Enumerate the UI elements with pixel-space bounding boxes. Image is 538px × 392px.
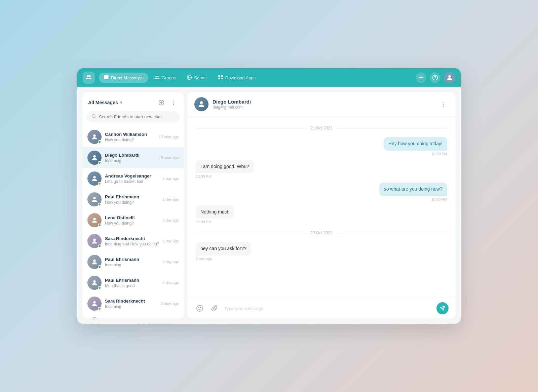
svg-point-23 bbox=[200, 307, 201, 308]
list-item[interactable]: Diego Lombardi Incoming 10 mins ago bbox=[83, 147, 184, 168]
tab-download-apps[interactable]: Download Apps bbox=[213, 73, 260, 83]
contact-info: Andreas Vogelsanger Lets go to basket ba… bbox=[105, 173, 159, 184]
svg-point-18 bbox=[93, 301, 95, 304]
chevron-down-icon: ▾ bbox=[120, 100, 122, 105]
message-input[interactable] bbox=[224, 306, 432, 311]
contact-name: Andreas Vogelsanger bbox=[105, 173, 159, 179]
contact-preview: Incoming bbox=[105, 158, 155, 163]
chat-more-button[interactable]: ⋮ bbox=[438, 99, 449, 109]
contact-name: Paul Ehrismann bbox=[105, 257, 159, 262]
contact-name: Cannon Williamson bbox=[105, 132, 155, 137]
list-item[interactable]: Cannon Williamson How you doing? 10 mins… bbox=[83, 126, 184, 147]
chat-more-icon: ⋮ bbox=[440, 101, 447, 108]
chat-contact-name: Diego Lombardi bbox=[213, 99, 434, 105]
status-dot bbox=[98, 265, 101, 269]
tab-direct-messages[interactable]: Direct Messages bbox=[99, 73, 148, 83]
avatar-wrap bbox=[87, 192, 102, 206]
contact-info: Lena Ostinelli How you doing? bbox=[105, 215, 159, 226]
status-dot bbox=[98, 286, 101, 289]
chat-header: Diego Lombardi deig@gmail.com ⋮ bbox=[188, 92, 455, 116]
list-item[interactable]: Sara Rinderknecht Incoming 2 days ago bbox=[83, 293, 184, 314]
all-messages-dropdown[interactable]: All Messages ▾ bbox=[88, 100, 122, 105]
date-text-1: 21 Oct 2023 bbox=[310, 126, 332, 130]
contact-time: 2 days ago bbox=[161, 302, 179, 306]
avatar bbox=[87, 317, 102, 318]
sidebar: All Messages ▾ ⋮ bbox=[83, 92, 184, 318]
list-item[interactable]: Andreas Vogelsanger Lets go to basket ba… bbox=[83, 168, 184, 189]
tab-groups[interactable]: Groups bbox=[150, 73, 181, 83]
svg-rect-3 bbox=[218, 75, 220, 77]
add-button[interactable] bbox=[416, 72, 426, 83]
contact-name: Diego Lombardi bbox=[105, 153, 155, 158]
message-bubble: I am doing good. Wbu? bbox=[196, 160, 254, 173]
message-bubble: hey can you ask for?? bbox=[196, 242, 251, 256]
all-messages-label: All Messages bbox=[88, 100, 118, 105]
list-item[interactable]: Paul Ehrismann Incoming 1 day ago bbox=[83, 251, 184, 272]
avatar-wrap bbox=[87, 171, 102, 186]
new-chat-button[interactable] bbox=[157, 98, 166, 107]
contact-preview: How you doing? bbox=[105, 138, 155, 142]
svg-point-14 bbox=[93, 218, 95, 220]
server-icon bbox=[187, 75, 192, 81]
app-logo[interactable] bbox=[83, 72, 95, 84]
chat-input-area bbox=[188, 298, 455, 318]
message-row: hey can you ask for?? 2 min ago bbox=[196, 242, 447, 261]
list-item[interactable]: Lena Ostinelli How you doing? 1 day ago bbox=[83, 210, 184, 231]
sidebar-more-button[interactable]: ⋮ bbox=[169, 98, 178, 107]
contact-info: Paul Ehrismann Incoming bbox=[105, 257, 159, 267]
emoji-button[interactable] bbox=[194, 303, 205, 314]
avatar-wrap bbox=[87, 234, 102, 248]
contact-preview: Men that is good bbox=[105, 283, 159, 288]
search-box bbox=[87, 111, 180, 122]
message-bubble: so what are you doing now? bbox=[379, 183, 447, 196]
status-dot bbox=[98, 203, 101, 206]
svg-point-7 bbox=[448, 75, 451, 78]
svg-point-13 bbox=[93, 197, 95, 199]
contact-info: Paul Ehrismann How you doing? bbox=[105, 194, 159, 205]
chat-contact-email: deig@gmail.com bbox=[213, 105, 434, 110]
help-button[interactable] bbox=[430, 72, 440, 83]
message-time: 10:00 PM bbox=[431, 197, 447, 201]
svg-rect-5 bbox=[218, 77, 220, 79]
divider-line bbox=[337, 233, 447, 233]
contact-name: Paul Ehrismann bbox=[105, 194, 159, 199]
messages-area: 21 Oct 2023 Hey how you doing today! 10:… bbox=[188, 116, 455, 298]
contact-preview: Incoming and How you doing? bbox=[105, 242, 159, 246]
tab-groups-label: Groups bbox=[162, 75, 176, 80]
message-row: so what are you doing now? 10:00 PM bbox=[196, 183, 447, 201]
tab-server[interactable]: Server bbox=[182, 73, 212, 83]
contact-time: 1 day ago bbox=[163, 239, 179, 243]
contact-time: 10 mins ago bbox=[159, 135, 179, 139]
send-button[interactable] bbox=[436, 302, 449, 314]
divider-line bbox=[196, 233, 306, 233]
svg-point-9 bbox=[92, 115, 95, 118]
list-item[interactable]: Sara Rinderknecht Incoming and How you d… bbox=[83, 231, 184, 251]
svg-point-12 bbox=[93, 176, 95, 179]
svg-point-15 bbox=[93, 239, 95, 241]
contact-preview: Incoming bbox=[105, 304, 157, 309]
top-navigation: Direct Messages Groups Server Download A… bbox=[77, 68, 461, 87]
list-item[interactable]: Paul Ehrismann How you doing? 1 day ago bbox=[83, 189, 184, 210]
contacts-list: Cannon Williamson How you doing? 10 mins… bbox=[83, 126, 184, 318]
list-item[interactable]: Sara Rinderknecht Incoming 2 days ago bbox=[83, 314, 184, 318]
user-avatar[interactable] bbox=[444, 72, 455, 83]
contact-name: Lena Ostinelli bbox=[105, 215, 159, 220]
search-input[interactable] bbox=[99, 114, 175, 119]
direct-messages-icon bbox=[104, 75, 109, 81]
groups-icon bbox=[154, 75, 160, 81]
contact-time: 1 day ago bbox=[163, 260, 179, 264]
status-dot bbox=[98, 224, 101, 227]
contact-info: Diego Lombardi Incoming bbox=[105, 153, 155, 163]
date-divider-1: 21 Oct 2023 bbox=[196, 126, 447, 130]
contact-time: 10 mins ago bbox=[159, 156, 179, 160]
contact-preview: How you doing? bbox=[105, 221, 159, 226]
chat-header-actions: ⋮ bbox=[438, 99, 449, 109]
tab-server-label: Server bbox=[194, 75, 207, 80]
list-item[interactable]: Paul Ehrismann Men that is good 1 day ag… bbox=[83, 272, 184, 293]
sidebar-actions: ⋮ bbox=[157, 98, 178, 107]
tab-download-apps-label: Download Apps bbox=[225, 75, 256, 80]
status-dot bbox=[98, 244, 101, 248]
attach-button[interactable] bbox=[209, 303, 220, 314]
status-dot bbox=[98, 182, 101, 185]
status-dot bbox=[98, 140, 101, 144]
